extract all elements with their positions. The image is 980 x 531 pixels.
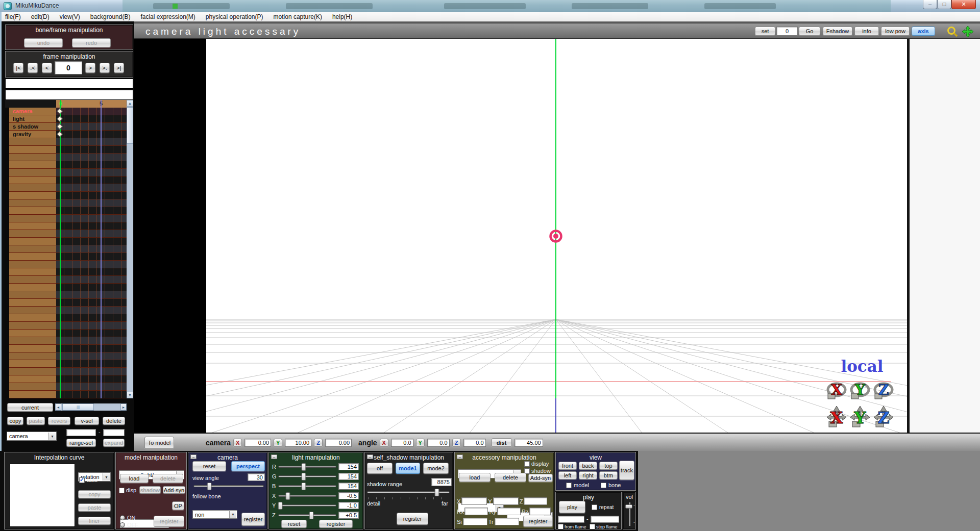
shadow-range-field[interactable]: 8875	[431, 478, 452, 486]
current-button[interactable]: current	[7, 403, 53, 412]
render-view[interactable]: local X Y Z X Y	[206, 39, 907, 433]
menu-file[interactable]: file(F)	[0, 12, 26, 21]
v-sel-button[interactable]: v-sel	[75, 417, 99, 425]
acc-ry-field[interactable]	[497, 508, 521, 515]
shadow-register-button[interactable]: register	[397, 513, 428, 525]
acc-rx-field[interactable]	[464, 508, 488, 515]
frame-fwd-button[interactable]: >	[85, 63, 95, 73]
on-radio[interactable]	[120, 515, 125, 520]
angle-x-field[interactable]: 0.0	[391, 439, 413, 447]
frame-number-field[interactable]: 0	[55, 61, 82, 74]
move-z-handle[interactable]: Z	[872, 405, 895, 428]
light-minimize-box[interactable]: –	[271, 454, 277, 459]
view-right-button[interactable]: right	[579, 471, 597, 479]
track-grid[interactable]	[56, 368, 133, 375]
bone-checkbox[interactable]	[601, 483, 606, 488]
move-cross-icon[interactable]	[962, 26, 974, 38]
undo-button[interactable]: undo	[24, 38, 63, 47]
repeat-checkbox[interactable]	[592, 504, 597, 510]
light-register-button[interactable]: register	[319, 520, 353, 528]
light-r-field[interactable]: 154	[338, 463, 359, 470]
menu-motion-capture[interactable]: motion capture(K)	[268, 12, 327, 21]
track-grid[interactable]	[56, 360, 133, 368]
interp-liner-button[interactable]: liner	[78, 517, 111, 525]
scroll-thumb[interactable]	[127, 107, 133, 144]
shadow-mode2-button[interactable]: mode2	[423, 463, 449, 474]
track-grid[interactable]	[56, 383, 133, 391]
revers-button[interactable]: revers	[48, 417, 70, 425]
track-grid[interactable]	[56, 307, 133, 314]
acc-si-field[interactable]	[463, 518, 487, 525]
view-left-button[interactable]: left	[558, 471, 577, 479]
model-load-button[interactable]: load	[120, 474, 149, 483]
maximize-button[interactable]: □	[937, 0, 951, 9]
vol-slider-thumb[interactable]	[625, 504, 632, 509]
track-label-empty[interactable]	[9, 238, 56, 245]
track-label-empty[interactable]	[9, 314, 56, 322]
timeline-ruler-numbers[interactable]	[56, 100, 127, 108]
track-grid[interactable]	[56, 161, 133, 169]
track-label-empty[interactable]	[9, 184, 56, 192]
light-g-thumb[interactable]	[302, 473, 306, 481]
track-grid[interactable]	[56, 337, 133, 345]
interp-paste-button[interactable]: paste	[78, 503, 111, 512]
timeline-ruler[interactable]	[5, 100, 56, 108]
track-grid[interactable]	[56, 268, 133, 276]
angle-z-field[interactable]: 0.0	[463, 439, 486, 447]
rotate-x-handle[interactable]: X	[825, 380, 848, 401]
track-label-empty[interactable]	[9, 146, 56, 154]
light-z-thumb[interactable]	[309, 512, 313, 519]
track-grid[interactable]	[56, 176, 133, 184]
keyframe-diamond[interactable]	[57, 108, 62, 114]
set-button[interactable]: set	[755, 27, 775, 36]
track-label-empty[interactable]	[9, 391, 56, 398]
track-label-s-shadow[interactable]: s shadow	[9, 123, 56, 131]
acc-z-field[interactable]	[524, 497, 547, 505]
track-grid[interactable]	[56, 230, 133, 238]
track-grid[interactable]	[56, 146, 133, 154]
view-angle-slider[interactable]	[193, 485, 264, 487]
track-label-empty[interactable]	[9, 215, 56, 222]
light-z-field[interactable]: +0.5	[338, 512, 359, 519]
track-grid[interactable]	[56, 222, 133, 230]
model-checkbox[interactable]	[566, 483, 572, 488]
track-label-empty[interactable]	[9, 261, 56, 268]
frame-last-button[interactable]: >|	[114, 63, 124, 73]
light-g-field[interactable]: 154	[338, 473, 359, 480]
view-track-button[interactable]: track	[619, 461, 634, 480]
track-grid[interactable]	[56, 245, 133, 253]
track-label-empty[interactable]	[9, 245, 56, 253]
camera-x-field[interactable]: 0.00	[244, 439, 271, 447]
acc-tr-field[interactable]	[495, 518, 519, 525]
fshadow-button[interactable]: Fshadow	[823, 27, 852, 36]
interp-copy-button[interactable]: copy	[78, 490, 111, 498]
perspect-button[interactable]: perspect	[231, 461, 265, 471]
view-angle-field[interactable]: 30	[248, 473, 265, 481]
dist-field[interactable]: 45.00	[514, 439, 543, 447]
track-label-empty[interactable]	[9, 192, 56, 199]
light-reset-button[interactable]: reset	[281, 520, 307, 528]
from-flame-checkbox[interactable]	[558, 524, 564, 529]
goto-frame-field[interactable]: 0	[776, 27, 798, 36]
view-back-button[interactable]: back	[579, 462, 597, 470]
frame-fwd5-button[interactable]: >.	[100, 63, 110, 73]
track-label-empty[interactable]	[9, 307, 56, 314]
track-label-empty[interactable]	[9, 375, 56, 383]
track-grid[interactable]	[56, 261, 133, 268]
camera-reset-button[interactable]: reset	[192, 461, 226, 471]
track-label-empty[interactable]	[9, 138, 56, 146]
track-label-empty[interactable]	[9, 330, 56, 337]
delete-button[interactable]: delete	[103, 417, 125, 425]
track-label-empty[interactable]	[9, 268, 56, 276]
track-grid[interactable]	[56, 299, 133, 307]
light-y-thumb[interactable]	[278, 502, 283, 510]
light-z-slider[interactable]	[278, 514, 336, 516]
local-mode-label[interactable]: local	[831, 357, 893, 375]
menu-physical-operation[interactable]: physical operation(P)	[201, 12, 268, 21]
accessory-register-button[interactable]: register	[523, 516, 553, 527]
track-grid[interactable]	[56, 115, 133, 123]
shadow-off-button[interactable]: off	[367, 463, 393, 474]
light-b-thumb[interactable]	[302, 483, 306, 490]
track-label-empty[interactable]	[9, 169, 56, 176]
track-grid[interactable]	[56, 276, 133, 284]
